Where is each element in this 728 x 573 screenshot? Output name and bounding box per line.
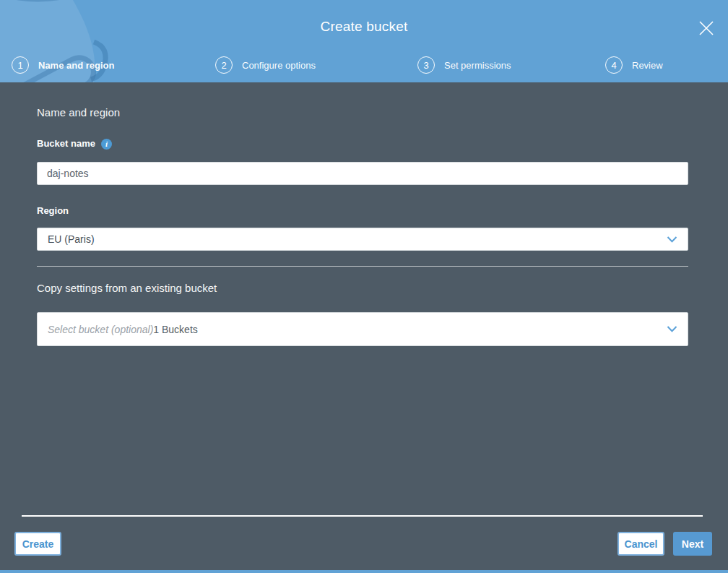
step-label: Review — [632, 60, 663, 71]
step-configure-options[interactable]: 2 Configure options — [215, 55, 316, 75]
step-review[interactable]: 4 Review — [605, 55, 663, 75]
next-button[interactable]: Next — [673, 532, 712, 556]
region-selected-value: EU (Paris) — [48, 233, 95, 245]
step-number: 1 — [12, 56, 29, 74]
close-button[interactable] — [697, 19, 716, 38]
copy-bucket-select[interactable]: Select bucket (optional) 1 Buckets — [37, 312, 688, 346]
wizard-steps: 1 Name and region 2 Configure options 3 … — [0, 55, 728, 75]
dialog-title: Create bucket — [0, 19, 728, 35]
step-number: 4 — [605, 56, 623, 74]
step-label: Configure options — [242, 60, 316, 71]
cancel-button[interactable]: Cancel — [618, 532, 664, 556]
region-label-text: Region — [37, 205, 69, 217]
footer-divider — [22, 515, 703, 517]
copy-settings-title: Copy settings from an existing bucket — [37, 281, 688, 295]
dialog-body: Name and region Bucket name i Region EU … — [0, 82, 728, 570]
dialog-footer: Create Cancel Next — [0, 515, 728, 570]
region-label: Region — [37, 205, 688, 217]
bucket-name-input[interactable] — [37, 162, 688, 185]
step-label: Set permissions — [444, 60, 511, 71]
step-number: 2 — [215, 56, 233, 74]
page-background-strip — [0, 570, 728, 573]
step-name-and-region[interactable]: 1 Name and region — [12, 55, 114, 75]
bucket-select-placeholder: Select bucket (optional) — [48, 324, 153, 335]
step-set-permissions[interactable]: 3 Set permissions — [417, 55, 511, 75]
section-title-name-and-region: Name and region — [37, 106, 688, 119]
bucket-count-text: 1 Buckets — [153, 324, 197, 335]
bucket-name-label: Bucket name i — [37, 138, 688, 150]
info-icon[interactable]: i — [101, 139, 112, 150]
dialog-header: Create bucket 1 Name and region 2 Config… — [0, 0, 728, 82]
create-button[interactable]: Create — [14, 532, 61, 556]
chevron-down-icon — [667, 236, 677, 243]
create-bucket-dialog: Create bucket 1 Name and region 2 Config… — [0, 0, 728, 573]
close-icon — [698, 20, 714, 36]
step-number: 3 — [417, 56, 435, 74]
chevron-down-icon — [667, 326, 677, 332]
section-divider — [37, 266, 688, 267]
step-label: Name and region — [38, 60, 114, 71]
region-select[interactable]: EU (Paris) — [37, 228, 688, 251]
bucket-name-label-text: Bucket name — [37, 138, 95, 150]
